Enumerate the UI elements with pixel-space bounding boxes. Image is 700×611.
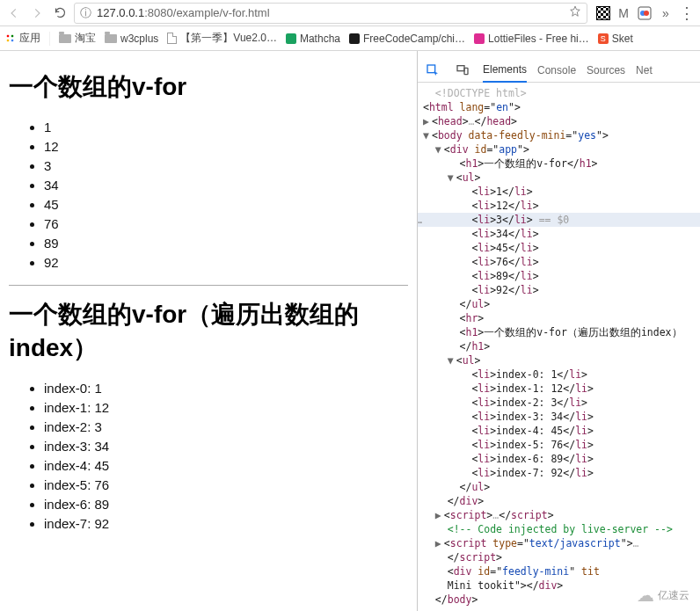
list-item: index-5: 76 <box>44 476 408 495</box>
site-icon <box>286 33 296 44</box>
bookmark-label: 应用 <box>19 31 40 46</box>
list-item: 89 <box>44 234 408 253</box>
watermark: ☁ 亿速云 <box>633 583 693 607</box>
back-button[interactable] <box>5 4 23 22</box>
list-item: 34 <box>44 176 408 195</box>
list-item: index-1: 12 <box>44 398 408 418</box>
site-icon <box>474 33 485 44</box>
site-icon: S <box>598 33 609 44</box>
list-item: index-3: 34 <box>44 437 408 456</box>
address-bar[interactable]: ⓘ 127.0.0.1:8080/example/v-for.html <box>74 3 587 24</box>
list-item: index-4: 45 <box>44 456 408 476</box>
list-1: 1 12 3 34 45 76 89 92 <box>9 118 408 273</box>
list-item: index-7: 92 <box>44 514 408 534</box>
qr-extension-icon[interactable] <box>596 6 610 20</box>
bookmark-label: 淘宝 <box>75 31 96 46</box>
site-icon <box>349 33 360 44</box>
cloud-icon: ☁ <box>637 585 654 606</box>
svg-rect-4 <box>457 65 464 70</box>
devtools-tabs: Elements Console Sources Net <box>418 58 700 83</box>
page-heading-2: 一个数组的v-for（遍历出数组的index） <box>9 298 408 365</box>
separator <box>49 32 50 46</box>
bookmark-item[interactable]: 【第一季】Vue2.0… <box>167 31 277 46</box>
list-item: 92 <box>44 253 408 273</box>
tab-network[interactable]: Net <box>636 59 653 82</box>
divider <box>9 285 408 286</box>
device-toggle-icon[interactable] <box>453 61 472 80</box>
browser-toolbar: ⓘ 127.0.0.1:8080/example/v-for.html M » … <box>0 0 700 26</box>
bookmark-apps[interactable]: 应用 <box>5 31 40 46</box>
bookmark-item[interactable]: FreeCodeCamp/chi… <box>349 33 465 45</box>
tab-sources[interactable]: Sources <box>587 59 625 82</box>
folder-icon <box>105 34 117 43</box>
bookmark-item[interactable]: LottieFiles - Free hi… <box>474 33 589 45</box>
bookmark-item[interactable]: S Sket <box>598 33 633 45</box>
devtools-panel: Elements Console Sources Net <!DOCTYPE h… <box>417 51 700 611</box>
tab-console[interactable]: Console <box>537 59 576 82</box>
list-2: index-0: 1 index-1: 12 index-2: 3 index-… <box>9 379 408 534</box>
bookmark-label: FreeCodeCamp/chi… <box>363 33 465 45</box>
more-extensions-icon[interactable]: » <box>658 5 674 21</box>
list-item: 45 <box>44 195 408 215</box>
bookmark-label: LottieFiles - Free hi… <box>488 33 589 45</box>
page-heading-1: 一个数组的v-for <box>9 70 408 104</box>
svg-rect-5 <box>464 68 468 74</box>
bookmark-label: w3cplus <box>120 33 158 45</box>
forward-button[interactable] <box>28 4 46 22</box>
bookmark-item[interactable]: w3cplus <box>105 33 158 45</box>
list-item: index-0: 1 <box>44 379 408 398</box>
bookmark-label: Mathcha <box>300 33 340 45</box>
bookmark-star-icon[interactable] <box>569 5 581 20</box>
extension-icon[interactable] <box>637 5 653 21</box>
bookmark-label: 【第一季】Vue2.0… <box>180 31 277 46</box>
elements-tree[interactable]: <!DOCTYPE html><html lang="en">▶<head>…<… <box>418 83 700 611</box>
list-item: 1 <box>44 118 408 137</box>
watermark-text: 亿速云 <box>658 588 689 603</box>
reload-button[interactable] <box>51 4 69 22</box>
list-item: 12 <box>44 137 408 156</box>
bookmarks-bar: 应用 淘宝 w3cplus 【第一季】Vue2.0… Mathcha FreeC… <box>0 26 700 51</box>
inspect-element-icon[interactable] <box>423 61 442 80</box>
list-item: index-6: 89 <box>44 495 408 514</box>
url-host: 127.0.0.1:8080/example/v-for.html <box>97 6 270 19</box>
list-item: 3 <box>44 156 408 176</box>
bookmark-label: Sket <box>612 33 633 45</box>
file-icon <box>167 33 177 44</box>
list-item: index-2: 3 <box>44 418 408 437</box>
svg-point-2 <box>644 11 649 16</box>
bookmark-item[interactable]: 淘宝 <box>59 31 96 46</box>
folder-icon <box>59 34 71 43</box>
site-info-icon[interactable]: ⓘ <box>80 5 91 21</box>
gmail-extension-icon[interactable]: M <box>616 5 631 21</box>
extension-icons: M » ⋮ <box>593 5 695 21</box>
tab-elements[interactable]: Elements <box>483 58 527 83</box>
apps-icon <box>5 33 16 44</box>
list-item: 76 <box>44 215 408 234</box>
menu-icon[interactable]: ⋮ <box>679 5 695 21</box>
page-content: 一个数组的v-for 1 12 3 34 45 76 89 92 一个数组的v-… <box>0 51 417 611</box>
bookmark-item[interactable]: Mathcha <box>286 33 340 45</box>
